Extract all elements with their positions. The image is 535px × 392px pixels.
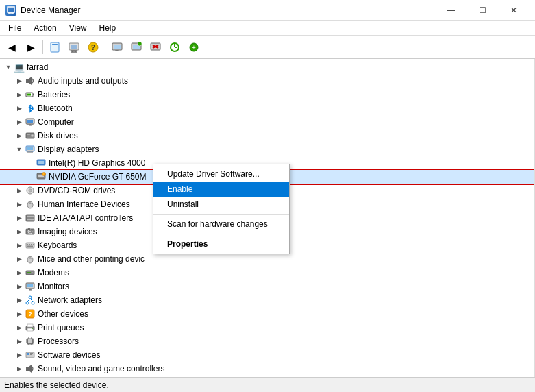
menu-action[interactable]: Action [28,22,62,34]
software-toggle[interactable]: ▶ [14,350,25,360]
print-toggle[interactable]: ▶ [14,322,25,333]
disk-toggle[interactable]: ▶ [14,130,25,141]
monitor2-button[interactable] [127,38,145,56]
forward-button[interactable]: ▶ [22,38,40,56]
svg-point-23 [138,42,142,46]
bluetooth-label: Bluetooth [38,103,73,113]
processors-toggle[interactable]: ▶ [14,336,25,347]
svg-point-86 [29,296,32,299]
ctx-enable[interactable]: Enable [153,182,289,197]
svg-rect-47 [27,147,33,150]
print-icon [25,322,36,333]
app-icon [5,5,16,16]
hid-toggle[interactable]: ▶ [14,199,25,210]
ctx-properties[interactable]: Properties [153,236,289,252]
minimize-button[interactable]: — [435,0,466,21]
context-menu[interactable]: Update Driver Software... Enable Uninsta… [153,164,290,254]
tree-item-disk[interactable]: ▶ Disk drives [0,129,534,143]
menu-help[interactable]: Help [94,22,122,34]
tree-root[interactable]: ▼ 💻 farrad [0,60,534,74]
svg-point-78 [27,272,29,273]
tree-item-print[interactable]: ▶ Print queues [0,321,534,334]
audio-toggle[interactable]: ▶ [14,75,25,86]
menu-file[interactable]: File [3,22,27,34]
network-icon [25,295,36,306]
processors-label: Processors [38,336,79,346]
status-bar: Enables the selected device. [0,377,535,392]
svg-rect-72 [33,244,34,245]
svg-line-89 [27,299,30,302]
ide-toggle[interactable]: ▶ [14,212,25,223]
disk-label: Disk drives [38,131,78,140]
tree-item-network[interactable]: ▶ Network adapters [0,293,534,307]
svg-rect-62 [27,216,34,217]
dvd-toggle[interactable]: ▶ [14,185,25,196]
tree-item-modems[interactable]: ▶ Modems [0,266,534,280]
modems-toggle[interactable]: ▶ [14,267,25,278]
bluetooth-toggle[interactable]: ▶ [14,103,25,114]
keyboards-toggle[interactable]: ▶ [14,240,25,251]
modems-icon [25,267,36,278]
scan-button[interactable] [166,38,184,56]
svg-rect-45 [27,136,30,136]
print-label: Print queues [38,323,84,332]
update-driver-button[interactable] [65,38,83,56]
maximize-button[interactable]: ☐ [466,0,498,21]
svg-rect-7 [52,47,58,47]
tree-item-monitors[interactable]: ▶ Monitors [0,280,534,293]
mice-toggle[interactable]: ▶ [14,254,25,265]
hid-icon [25,199,36,210]
svg-rect-94 [27,324,33,327]
batteries-toggle[interactable]: ▶ [14,89,25,100]
refresh-button[interactable]: + [185,38,203,56]
tree-item-display[interactable]: ▼ Display adapters [0,143,534,156]
svg-rect-98 [28,339,32,343]
close-button[interactable]: ✕ [498,0,530,21]
tree-item-storage[interactable]: ▶ Storage controllers [0,376,534,377]
delete-button[interactable] [147,38,164,56]
title-bar-left: Device Manager [5,5,80,16]
computer-toggle[interactable]: ▶ [14,117,25,127]
svg-point-87 [26,302,29,304]
properties-button[interactable] [46,38,64,56]
imaging-toggle[interactable]: ▶ [14,226,25,237]
tree-item-software[interactable]: ▶ Software devices [0,348,534,362]
svg-rect-82 [27,284,33,287]
tree-item-audio[interactable]: ▶ Audio inputs and outputs [0,74,534,88]
other-icon: ? [25,308,36,319]
display-toggle[interactable]: ▼ [14,144,25,155]
tree-item-other[interactable]: ▶ ? Other devices [0,307,534,321]
svg-line-90 [30,299,33,302]
toolbar: ◀ ▶ ? [0,36,535,59]
software-label: Software devices [38,350,100,360]
modems-label: Modems [38,268,69,278]
svg-point-88 [32,302,34,304]
svg-rect-69 [27,244,28,245]
menu-view[interactable]: View [64,22,92,34]
network-toggle[interactable]: ▶ [14,295,25,306]
tree-item-sound[interactable]: ▶ Sound, video and game controllers [0,362,534,376]
monitor-button[interactable] [108,38,126,56]
ctx-scan[interactable]: Scan for hardware changes [153,217,289,232]
tree-item-processors[interactable]: ▶ Processors [0,334,534,348]
help-button[interactable]: ? [84,38,102,56]
ctx-update[interactable]: Update Driver Software... [153,167,289,182]
svg-rect-10 [71,45,77,49]
batteries-icon [25,89,36,100]
status-text: Enables the selected device. [4,380,109,390]
monitors-toggle[interactable]: ▶ [14,281,25,292]
main-area: ▼ 💻 farrad ▶ Audio inputs and outputs ▶ [0,59,535,377]
back-button[interactable]: ◀ [3,38,21,56]
tree-item-bluetooth[interactable]: ▶ Bluetooth [0,101,534,115]
tree-item-computer[interactable]: ▶ Computer [0,115,534,129]
sound-toggle[interactable]: ▶ [14,363,25,374]
tree-item-mice[interactable]: ▶ Mice and other pointing devic [0,252,534,266]
keyboards-icon [25,240,36,251]
svg-point-43 [31,134,34,137]
svg-rect-18 [114,45,121,49]
batteries-label: Batteries [38,90,70,99]
other-toggle[interactable]: ▶ [14,308,25,319]
tree-item-batteries[interactable]: ▶ Batteries [0,88,534,101]
root-toggle[interactable]: ▼ [3,62,14,73]
ctx-uninstall[interactable]: Uninstall [153,197,289,212]
